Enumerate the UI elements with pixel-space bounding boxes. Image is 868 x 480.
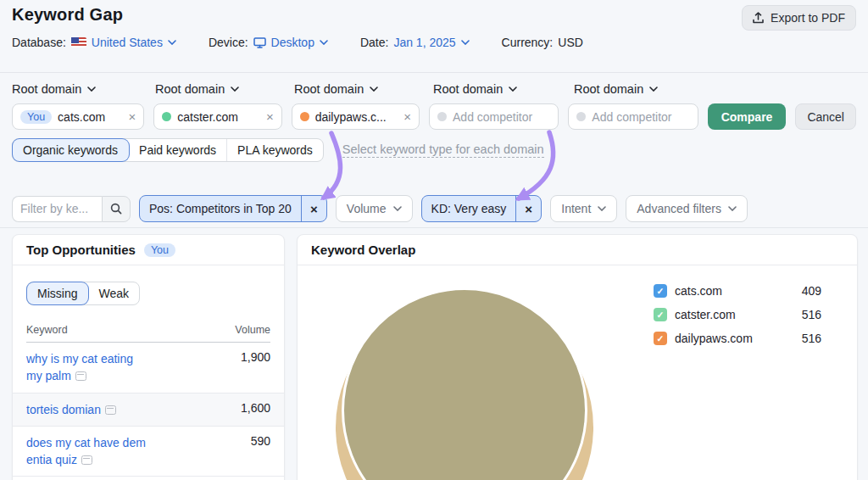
legend-count: 409	[802, 284, 821, 298]
remove-domain-icon[interactable]: ×	[129, 109, 136, 124]
root-domain-dropdown-1[interactable]: Root domain	[12, 82, 146, 96]
chevron-down-icon	[231, 87, 239, 92]
column-header-keyword: Keyword	[26, 324, 68, 336]
date-label: Date:	[360, 36, 388, 49]
domain-input-competitor-2[interactable]: dailypaws.c... ×	[292, 103, 420, 130]
legend-item-cats: cats.com 409	[654, 279, 821, 303]
database-label: Database:	[12, 36, 66, 49]
keyword-type-tabs: Organic keywords Paid keywords PLA keywo…	[12, 138, 324, 162]
export-icon	[753, 12, 764, 24]
cancel-button[interactable]: Cancel	[795, 103, 856, 130]
legend-count: 516	[802, 308, 821, 321]
root-domain-dropdown-3[interactable]: Root domain	[294, 82, 424, 96]
top-opportunities-card: Top Opportunities You Missing Weak Keywo…	[12, 234, 285, 480]
domain-value: cats.com	[58, 110, 105, 124]
you-badge: You	[144, 243, 175, 257]
legend-domain: catster.com	[675, 308, 736, 321]
checkbox-catster-checked[interactable]	[654, 308, 667, 321]
remove-domain-icon[interactable]: ×	[266, 109, 274, 124]
root-domain-dropdown-2[interactable]: Root domain	[155, 82, 285, 96]
position-filter-chip[interactable]: Pos: Competitors in Top 20 ×	[139, 195, 327, 222]
domain-input-you[interactable]: You cats.com ×	[12, 103, 144, 130]
domain-selector-section: Root domain Root domain Root domain Root…	[12, 73, 856, 162]
chevron-down-icon	[87, 87, 96, 92]
currency-value: USD	[558, 36, 583, 49]
tab-missing[interactable]: Missing	[27, 282, 88, 304]
domain-value: catster.com	[177, 110, 238, 124]
date-value: Jan 1, 2025	[393, 36, 455, 49]
root-domain-dropdown-5[interactable]: Root domain	[574, 82, 705, 96]
chevron-down-icon	[461, 40, 470, 45]
missing-weak-tabs: Missing Weak	[26, 282, 140, 305]
currency-label: Currency:	[502, 36, 554, 49]
tab-weak[interactable]: Weak	[88, 282, 139, 304]
position-filter-label: Pos: Competitors in Top 20	[140, 196, 301, 221]
page-title: Keyword Gap	[12, 5, 123, 25]
device-label: Device:	[209, 36, 248, 49]
volume-filter-dropdown[interactable]: Volume	[336, 195, 413, 222]
table-row: torteis domian 1,600	[13, 393, 284, 427]
remove-kd-filter-icon[interactable]: ×	[515, 196, 541, 221]
domain-value: dailypaws.c...	[315, 110, 387, 124]
checkbox-cats-checked[interactable]	[654, 284, 667, 298]
keyword-overlap-title: Keyword Overlap	[311, 243, 415, 257]
legend-item-catster: catster.com 516	[654, 303, 821, 327]
export-pdf-label: Export to PDF	[771, 11, 845, 25]
search-icon	[110, 203, 122, 215]
tab-paid-keywords[interactable]: Paid keywords	[129, 139, 227, 161]
compare-button[interactable]: Compare	[708, 103, 787, 130]
you-badge: You	[20, 110, 52, 124]
kd-filter-label: KD: Very easy	[422, 196, 516, 221]
search-button[interactable]	[102, 196, 131, 222]
legend-domain: dailypaws.com	[675, 332, 753, 345]
tab-organic-keywords[interactable]: Organic keywords	[13, 139, 129, 161]
keyword-overlap-card: Keyword Overlap cats.com 409 catster.com…	[297, 234, 858, 480]
root-domain-dropdown-4[interactable]: Root domain	[433, 82, 565, 96]
overlap-legend: cats.com 409 catster.com 516 dailypaws.c…	[654, 279, 821, 350]
volume-value: 1,900	[241, 350, 270, 364]
keyword-gap-page: Keyword Gap Export to PDF Database: Unit…	[0, 0, 868, 480]
add-competitor-input-1[interactable]: Add competitor	[429, 103, 559, 130]
add-competitor-input-2[interactable]: Add competitor	[568, 103, 698, 130]
chevron-down-icon	[393, 206, 402, 211]
table-row: why is my cat eating my palm 1,900	[13, 343, 284, 393]
remove-domain-icon[interactable]: ×	[403, 109, 411, 124]
legend-count: 516	[802, 332, 821, 345]
remove-position-filter-icon[interactable]: ×	[301, 196, 326, 221]
keyword-type-hint: Select keyword type for each domain	[342, 142, 544, 158]
top-bar: Keyword Gap Export to PDF Database: Unit…	[0, 0, 868, 73]
kd-filter-chip[interactable]: KD: Very easy ×	[421, 195, 542, 222]
chevron-down-icon	[370, 87, 378, 92]
column-header-volume: Volume	[235, 324, 270, 336]
device-selector[interactable]: Device: Desktop	[209, 36, 328, 49]
domain-color-dot	[162, 112, 171, 121]
add-competitor-placeholder: Add competitor	[592, 110, 671, 124]
date-selector[interactable]: Date: Jan 1, 2025	[360, 36, 470, 49]
keyword-link[interactable]: why is my cat eating my palm	[26, 350, 133, 385]
legend-domain: cats.com	[675, 284, 722, 298]
domain-color-dot	[437, 112, 447, 121]
intent-filter-dropdown[interactable]: Intent	[550, 195, 617, 222]
chevron-down-icon	[168, 40, 176, 45]
top-opportunities-title: Top Opportunities	[26, 243, 136, 257]
chevron-down-icon	[320, 40, 328, 45]
currency-display: Currency: USD	[502, 36, 583, 49]
table-row: does my cat have dem entia quiz 590	[13, 427, 284, 477]
keyword-filter-input[interactable]	[12, 196, 102, 222]
legend-item-dailypaws: dailypaws.com 516	[654, 327, 821, 350]
chevron-down-icon	[598, 206, 606, 211]
device-value: Desktop	[271, 36, 314, 49]
export-pdf-button[interactable]: Export to PDF	[742, 5, 856, 31]
volume-value: 1,600	[241, 401, 270, 415]
serp-features-icon	[105, 405, 116, 415]
keyword-link[interactable]: does my cat have dem entia quiz	[26, 434, 146, 469]
advanced-filters-dropdown[interactable]: Advanced filters	[626, 195, 748, 222]
venn-overlap-region[interactable]	[342, 287, 587, 480]
checkbox-dailypaws-checked[interactable]	[654, 332, 667, 345]
monitor-icon	[253, 37, 266, 48]
volume-value: 590	[251, 434, 270, 448]
keyword-link[interactable]: torteis domian	[26, 401, 116, 418]
tab-pla-keywords[interactable]: PLA keywords	[227, 139, 323, 161]
domain-input-competitor-1[interactable]: catster.com ×	[153, 103, 281, 130]
database-selector[interactable]: Database: United States	[12, 36, 176, 49]
